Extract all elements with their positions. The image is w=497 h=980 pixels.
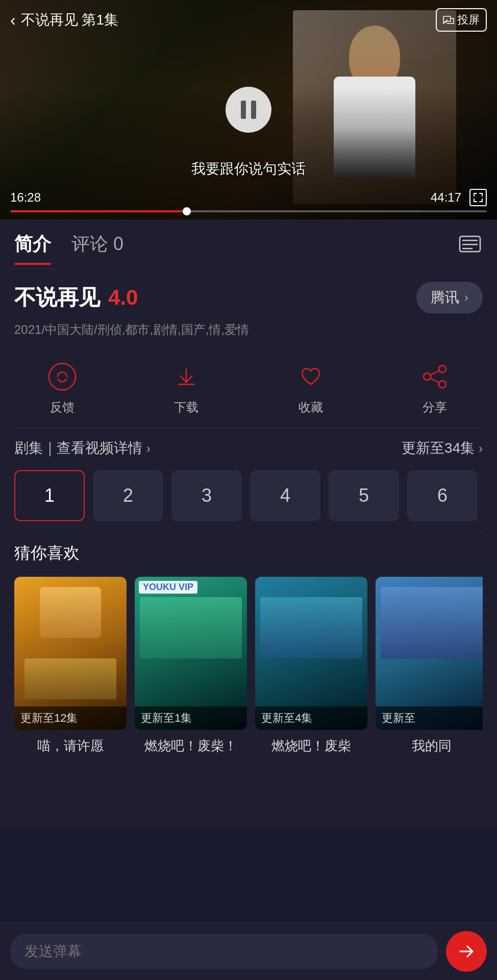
episode-btn-3[interactable]: 3: [171, 470, 242, 521]
svg-point-1: [443, 22, 444, 24]
show-title-left: 不说再见 4.0: [14, 283, 138, 312]
episodes-section-label[interactable]: 剧集｜查看视频详情 ›: [14, 438, 151, 458]
progress-fill: [10, 210, 187, 212]
content-area: 简介 评论 0 不说再见 4.0 腾讯 › 2021/中国大陆/刑侦,都市,剧情: [0, 219, 497, 826]
show-rating: 4.0: [108, 285, 138, 310]
recommend-grid: 更新至12集 喵，请许愿 YOUKU VIP 更新至1集 燃烧吧！废柴！ 更新至…: [14, 577, 483, 755]
bottom-bar: [0, 922, 497, 980]
favorite-label: 收藏: [299, 399, 323, 415]
recommend-name-4: 我的同: [376, 737, 483, 755]
current-time: 16:28: [10, 190, 41, 205]
thumb-badge-4: 更新至: [376, 706, 483, 730]
show-meta: 2021/中国大陆/刑侦,都市,剧情,国产,情,爱情: [14, 322, 483, 338]
cast-label: 投屏: [457, 12, 480, 28]
share-label: 分享: [423, 399, 447, 415]
feedback-icon: [46, 360, 79, 393]
back-button[interactable]: ‹ 不说再见 第1集: [10, 10, 118, 30]
download-label: 下载: [174, 399, 198, 415]
time-row: 16:28 44:17: [10, 189, 487, 206]
tabs-row: 简介 评论 0: [0, 219, 497, 270]
cast-icon: [443, 14, 454, 26]
cast-button[interactable]: 投屏: [436, 8, 487, 32]
svg-point-7: [439, 365, 446, 373]
favorite-button[interactable]: 收藏: [294, 360, 327, 415]
video-title: 不说再见 第1集: [21, 10, 118, 30]
svg-line-10: [430, 371, 439, 375]
video-player[interactable]: ‹ 不说再见 第1集 投屏 我要跟你说句实话 16:28 44:17: [0, 0, 497, 219]
episode-btn-4[interactable]: 4: [250, 470, 320, 521]
video-top-bar: ‹ 不说再见 第1集 投屏: [0, 0, 497, 40]
recommend-thumb-3: 更新至4集: [255, 577, 367, 730]
platform-button[interactable]: 腾讯 ›: [416, 282, 483, 313]
fullscreen-button[interactable]: [469, 189, 487, 206]
recommend-thumb-2: YOUKU VIP 更新至1集: [135, 577, 247, 730]
recommend-section-title: 猜你喜欢: [14, 542, 483, 565]
feedback-label: 反馈: [50, 399, 74, 415]
youku-badge: YOUKU VIP: [139, 581, 197, 594]
episode-btn-5[interactable]: 5: [329, 470, 399, 521]
recommend-item-2[interactable]: YOUKU VIP 更新至1集 燃烧吧！废柴！: [135, 577, 247, 755]
episode-btn-2[interactable]: 2: [93, 470, 163, 521]
svg-point-9: [439, 381, 446, 388]
progress-area: 16:28 44:17: [0, 184, 497, 219]
recommend-item-3[interactable]: 更新至4集 燃烧吧！废柴: [255, 577, 367, 755]
recommend-section: 猜你喜欢 更新至12集 喵，请许愿 YOUKU VIP 更新至1集 燃烧吧！废柴…: [0, 532, 497, 765]
episodes-update[interactable]: 更新至34集 ›: [402, 438, 483, 458]
send-icon: [456, 941, 477, 962]
subtitle-text: 我要跟你说句实话: [191, 159, 306, 179]
show-title-row: 不说再见 4.0 腾讯 ›: [14, 282, 483, 313]
svg-point-8: [424, 373, 431, 380]
recommend-name-2: 燃烧吧！废柴！: [135, 737, 247, 755]
episodes-section: 剧集｜查看视频详情 › 更新至34集 › 1 2 3 4 5 6: [0, 428, 497, 531]
pause-button[interactable]: [226, 87, 271, 133]
thumb-badge-3: 更新至4集: [255, 706, 367, 730]
thumb-badge-1: 更新至12集: [14, 706, 127, 730]
progress-bar[interactable]: [10, 210, 487, 212]
download-button[interactable]: 下载: [170, 360, 203, 415]
pause-icon: [241, 101, 256, 119]
show-info: 不说再见 4.0 腾讯 › 2021/中国大陆/刑侦,都市,剧情,国产,情,爱情: [0, 270, 497, 355]
recommend-name-1: 喵，请许愿: [14, 737, 127, 755]
platform-arrow-icon: ›: [464, 290, 468, 305]
total-time: 44:17: [431, 190, 461, 205]
recommend-item-1[interactable]: 更新至12集 喵，请许愿: [14, 577, 127, 755]
download-icon: [170, 360, 203, 393]
comment-list-icon[interactable]: [457, 232, 483, 257]
share-button[interactable]: 分享: [418, 360, 451, 415]
feedback-button[interactable]: 反馈: [46, 360, 79, 415]
svg-point-6: [49, 363, 76, 390]
progress-dot: [183, 207, 191, 215]
recommend-item-4[interactable]: 更新至 我的同: [376, 577, 483, 755]
thumb-badge-2: 更新至1集: [135, 706, 247, 730]
tab-intro[interactable]: 简介: [14, 232, 51, 261]
share-icon: [418, 360, 451, 393]
recommend-thumb-1: 更新至12集: [14, 577, 127, 730]
recommend-name-3: 燃烧吧！废柴: [255, 737, 367, 755]
episode-btn-1[interactable]: 1: [14, 470, 85, 521]
episode-btn-6[interactable]: 6: [407, 470, 478, 521]
bottom-spacer: [0, 765, 497, 826]
episodes-grid: 1 2 3 4 5 6: [14, 470, 483, 521]
favorite-icon: [294, 360, 327, 393]
svg-line-11: [430, 378, 439, 383]
back-arrow-icon: ‹: [10, 11, 16, 30]
danmu-input[interactable]: [10, 934, 438, 969]
tab-comment[interactable]: 评论 0: [71, 232, 123, 261]
platform-name: 腾讯: [431, 288, 459, 307]
fullscreen-icon: [473, 192, 483, 203]
comment-icon-svg: [458, 232, 482, 257]
send-button[interactable]: [446, 931, 487, 972]
recommend-thumb-4: 更新至: [376, 577, 483, 730]
show-name: 不说再见: [14, 283, 100, 312]
episodes-header: 剧集｜查看视频详情 › 更新至34集 ›: [14, 438, 483, 458]
action-buttons: 反馈 下载 收藏: [0, 355, 497, 428]
